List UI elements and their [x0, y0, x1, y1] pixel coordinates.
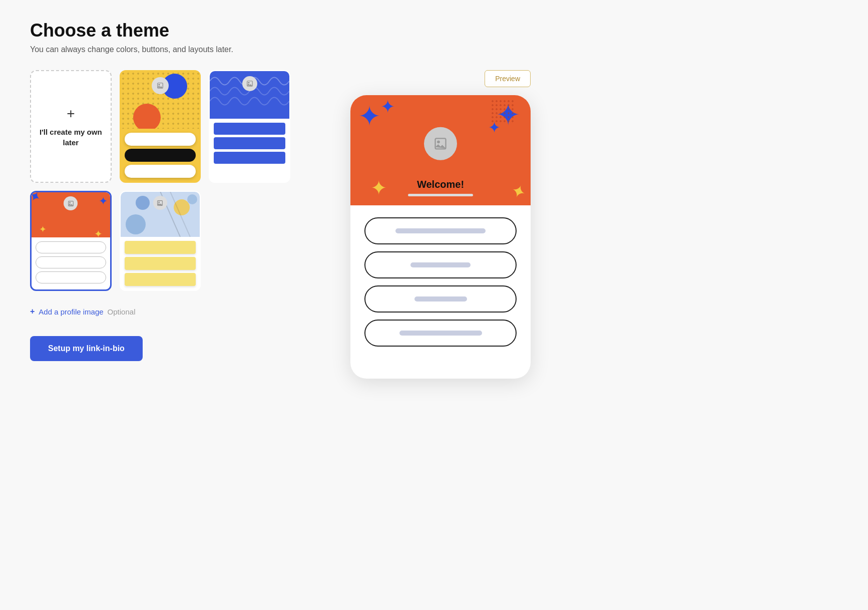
theme-card-lightblue[interactable] — [120, 191, 201, 291]
svg-point-1 — [158, 84, 160, 86]
left-panel: + I'll create my own later — [30, 70, 290, 361]
theme-yellow-btn2 — [125, 149, 196, 162]
theme-yellow-avatar — [152, 77, 169, 94]
phone-welcome-text: Welcome! — [417, 179, 464, 190]
phone-mockup: ✦ ✦ ✦ ✦ ✦ ✦ Welcome! — [350, 95, 531, 379]
phone-preview-avatar — [424, 127, 457, 160]
add-profile-section[interactable]: + Add a profile image Optional — [30, 307, 290, 316]
theme-lightblue-btn1 — [125, 241, 196, 254]
create-own-label: I'll create my own later — [39, 127, 103, 148]
phone-preview-header: ✦ ✦ ✦ ✦ ✦ ✦ Welcome! — [350, 95, 531, 205]
theme-lightblue-btn2 — [125, 257, 196, 270]
theme-orange-btn1 — [36, 241, 106, 253]
theme-orange-avatar — [64, 196, 78, 210]
phone-btn-3 — [364, 285, 517, 313]
phone-btn-1 — [364, 217, 517, 244]
svg-point-5 — [69, 202, 71, 203]
theme-yellow-btn3 — [125, 165, 196, 178]
svg-point-11 — [437, 140, 440, 143]
theme-orange-btn3 — [36, 271, 106, 283]
phone-btn-1-bar — [395, 228, 486, 233]
theme-card-create-own[interactable]: + I'll create my own later — [30, 70, 112, 183]
theme-card-orange[interactable]: ✦ ✦ ✦ ✦ — [30, 191, 112, 291]
add-profile-plus-icon: + — [30, 307, 35, 316]
add-profile-text: Add a profile image — [39, 308, 103, 316]
theme-blue-avatar — [242, 76, 257, 91]
right-panel: Preview ✦ ✦ ✦ ✦ ✦ ✦ Welcome! — [320, 70, 531, 379]
page-header: Choose a theme You can always change col… — [30, 20, 838, 54]
setup-button[interactable]: Setup my link-in-bio — [30, 336, 143, 361]
main-layout: + I'll create my own later — [30, 70, 838, 379]
svg-point-9 — [159, 201, 160, 203]
phone-btn-4 — [364, 320, 517, 347]
create-plus-icon: + — [67, 106, 75, 122]
add-profile-optional: Optional — [108, 308, 136, 316]
phone-preview-buttons — [350, 205, 531, 359]
theme-card-yellow[interactable] — [120, 70, 201, 183]
phone-btn-2-bar — [410, 262, 471, 267]
theme-lightblue-avatar — [153, 196, 167, 210]
theme-card-blue[interactable] — [209, 70, 290, 183]
phone-btn-2 — [364, 251, 517, 278]
phone-btn-4-bar — [399, 331, 482, 336]
svg-point-3 — [248, 82, 249, 84]
theme-blue-btn1 — [214, 123, 285, 135]
phone-underline — [408, 194, 473, 196]
theme-lightblue-btn3 — [125, 273, 196, 286]
theme-blue-btn3 — [214, 152, 285, 164]
svg-line-7 — [170, 192, 190, 237]
theme-orange-btn2 — [36, 256, 106, 268]
theme-grid: + I'll create my own later — [30, 70, 290, 291]
preview-button[interactable]: Preview — [485, 70, 531, 87]
theme-blue-btn2 — [214, 137, 285, 149]
theme-yellow-btn1 — [125, 133, 196, 146]
phone-btn-3-bar — [414, 296, 467, 301]
page-subtitle: You can always change colors, buttons, a… — [30, 45, 838, 54]
page-title: Choose a theme — [30, 20, 838, 41]
